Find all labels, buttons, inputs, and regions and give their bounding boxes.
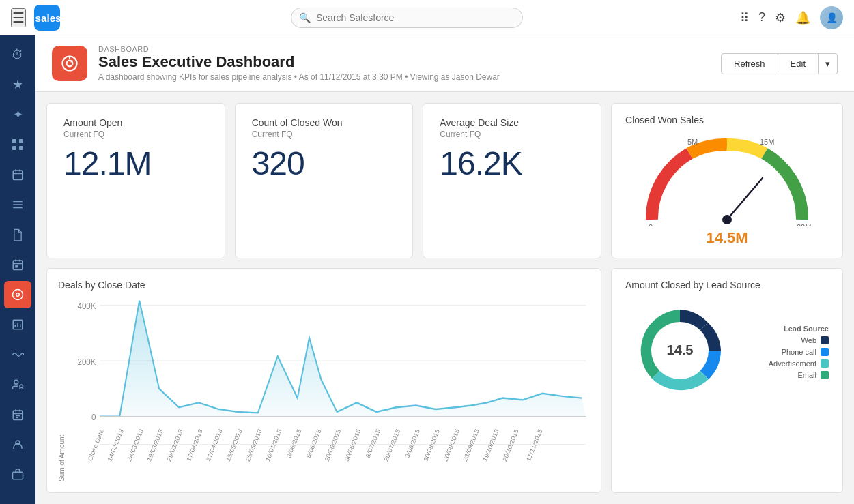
gauge-title: Closed Won Sales <box>625 115 829 125</box>
line-chart-svg: 400K 200K 0 <box>68 296 590 481</box>
donut-card: Amount Closed by Lead Source <box>611 268 843 493</box>
svg-point-18 <box>16 293 20 297</box>
sidebar-item-recent[interactable]: ⏱ <box>4 41 31 68</box>
main-wrap: ⏱ ★ ✦ <box>0 35 854 504</box>
svg-text:27/04/2013: 27/04/2013 <box>205 428 223 462</box>
legend-dot-2 <box>821 359 829 368</box>
svg-point-17 <box>13 290 23 300</box>
svg-text:29/03/2013: 29/03/2013 <box>165 428 184 462</box>
metric-value-1: 320 <box>252 145 397 182</box>
dashboard-actions: Refresh Edit ▾ <box>721 53 838 74</box>
svg-text:20/09/2015: 20/09/2015 <box>442 428 460 462</box>
sidebar-item-reports[interactable] <box>4 311 31 338</box>
line-chart-title: Deals by Close Date <box>58 280 590 291</box>
gauge-svg: 0 5M 15M 20M <box>638 131 816 226</box>
search-bar: 🔍 <box>74 8 740 28</box>
svg-rect-5 <box>13 171 23 180</box>
donut-content: 14.5 Lead Source Web Phone call <box>625 296 829 408</box>
sidebar-item-opportunities[interactable] <box>4 461 31 488</box>
svg-point-23 <box>14 380 18 384</box>
menu-hamburger-button[interactable]: ☰ <box>11 8 26 27</box>
legend-title: Lead Source <box>769 325 829 333</box>
metric-label-0: Amount Open <box>63 117 208 128</box>
notifications-button[interactable]: 🔔 <box>795 10 810 25</box>
chart-inner: Sum of Amount 400K <box>58 296 590 481</box>
legend-item-0: Web <box>769 336 829 344</box>
help-button[interactable]: ? <box>758 10 765 25</box>
svg-text:10/01/2015: 10/01/2015 <box>264 428 283 462</box>
metric-card-amount-open: Amount Open Current FQ 12.1M <box>46 103 225 258</box>
metric-card-avg-deal: Average Deal Size Current FQ 16.2K <box>423 103 601 258</box>
avatar-image: 👤 <box>820 6 843 29</box>
sidebar-item-events[interactable] <box>4 251 31 278</box>
gauge-5m-label: 5M <box>687 138 698 146</box>
sidebar-item-calendar[interactable] <box>4 161 31 188</box>
legend-dot-3 <box>821 371 829 379</box>
svg-text:24/03/2013: 24/03/2013 <box>126 428 144 462</box>
edit-button[interactable]: Edit <box>778 53 819 74</box>
legend-label-1: Phone call <box>782 348 816 356</box>
grid-apps-button[interactable]: ⠿ <box>740 10 749 25</box>
salesforce-logo: salesforce <box>34 5 60 31</box>
metric-value-0: 12.1M <box>63 145 208 182</box>
search-input[interactable] <box>291 8 523 28</box>
metric-label-2: Average Deal Size <box>440 117 584 128</box>
sidebar: ⏱ ★ ✦ <box>0 35 35 504</box>
dashboard-icon <box>52 46 87 81</box>
legend-dot-0 <box>821 336 829 344</box>
svg-text:25/05/2013: 25/05/2013 <box>244 428 263 462</box>
dashboard-title: Sales Executive Dashboard <box>98 53 721 71</box>
donut-title: Amount Closed by Lead Source <box>625 280 829 291</box>
svg-text:5/06/2015: 5/06/2015 <box>305 428 322 459</box>
svg-text:17/04/2013: 17/04/2013 <box>185 428 203 462</box>
svg-rect-16 <box>16 266 17 267</box>
metric-sub-2: Current FQ <box>440 130 584 139</box>
legend-dot-1 <box>821 348 829 356</box>
sidebar-item-wave[interactable] <box>4 341 31 368</box>
svg-point-38 <box>722 215 732 224</box>
settings-button[interactable]: ⚙ <box>775 10 786 25</box>
sidebar-item-accounts[interactable] <box>4 431 31 458</box>
sidebar-item-schedule[interactable] <box>4 401 31 428</box>
dashboard-label: DASHBOARD <box>98 45 721 53</box>
legend-label-2: Advertisement <box>769 359 816 368</box>
svg-text:3/08/2015: 3/08/2015 <box>403 428 421 459</box>
legend-item-2: Advertisement <box>769 359 829 368</box>
metric-label-1: Count of Closed Won <box>252 117 397 128</box>
donut-svg-wrap: 14.5 <box>625 296 735 408</box>
svg-rect-4 <box>19 146 23 150</box>
dashboard-body: Amount Open Current FQ 12.1M Count of Cl… <box>35 92 854 504</box>
legend-item-1: Phone call <box>769 348 829 356</box>
sidebar-item-dashboard[interactable] <box>4 281 31 308</box>
gauge-container: 0 5M 15M 20M 14.5M <box>625 131 829 247</box>
dashboard-info: DASHBOARD Sales Executive Dashboard A da… <box>98 45 721 82</box>
dashboard-subtitle: A dashboard showing KPIs for sales pipel… <box>98 72 721 82</box>
svg-text:20/06/2015: 20/06/2015 <box>324 428 342 462</box>
donut-svg: 14.5 <box>625 296 735 405</box>
chart-area: 400K 200K 0 <box>68 296 590 481</box>
svg-text:30/08/2015: 30/08/2015 <box>422 428 440 462</box>
refresh-button[interactable]: Refresh <box>721 53 778 74</box>
sidebar-item-favorites[interactable]: ★ <box>4 71 31 98</box>
metric-sub-0: Current FQ <box>63 130 208 139</box>
svg-text:400K: 400K <box>78 301 97 311</box>
sidebar-item-featured[interactable]: ✦ <box>4 101 31 128</box>
content-area: DASHBOARD Sales Executive Dashboard A da… <box>35 35 854 504</box>
svg-text:14/02/2013: 14/02/2013 <box>106 428 124 462</box>
sidebar-item-contacts[interactable] <box>4 371 31 398</box>
svg-text:14.5: 14.5 <box>667 342 694 357</box>
svg-rect-2 <box>19 139 23 143</box>
metrics-row: Amount Open Current FQ 12.1M Count of Cl… <box>46 103 843 258</box>
svg-rect-3 <box>12 146 16 150</box>
sidebar-item-tasks[interactable] <box>4 191 31 218</box>
metric-card-closed-won: Count of Closed Won Current FQ 320 <box>235 103 414 258</box>
line-chart-wrap: Sum of Amount 400K <box>58 296 590 481</box>
svg-text:19/03/2013: 19/03/2013 <box>145 428 164 462</box>
svg-text:8/07/2015: 8/07/2015 <box>364 428 381 459</box>
svg-text:19/10/2015: 19/10/2015 <box>481 428 500 462</box>
sidebar-item-apps[interactable] <box>4 131 31 158</box>
actions-dropdown-button[interactable]: ▾ <box>819 53 838 74</box>
avatar[interactable]: 👤 <box>820 6 843 29</box>
gauge-value: 14.5M <box>706 229 748 247</box>
sidebar-item-files[interactable] <box>4 221 31 248</box>
